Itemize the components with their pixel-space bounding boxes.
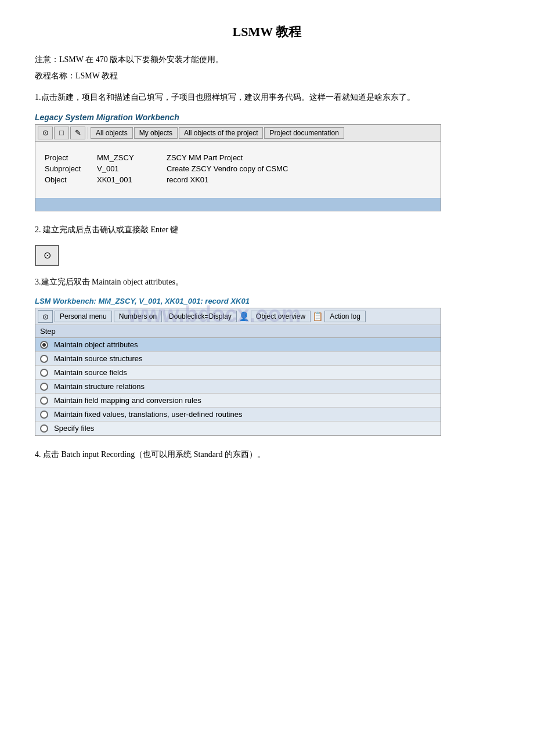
person-icon: 👤: [239, 311, 250, 322]
object-overview-group[interactable]: 👤 Object overview: [239, 311, 311, 322]
step-header: Step: [35, 325, 441, 338]
object-value: XK01_001: [97, 175, 167, 184]
enter-icon: ⊙: [44, 250, 51, 261]
all-objects-btn[interactable]: All objects: [91, 127, 133, 139]
step-label-5: Maintain fixed values, translations, use…: [54, 410, 242, 419]
step-row-5[interactable]: Maintain fixed values, translations, use…: [35, 408, 441, 422]
subproject-desc: Create ZSCY Vendro copy of CSMC: [167, 164, 288, 173]
note-text: 注意：LSMW 在 470 版本以下要额外安装才能使用。: [35, 55, 499, 65]
radio-1: [40, 355, 48, 363]
step-row-6[interactable]: Specify files: [35, 422, 441, 435]
step-label-4: Maintain field mapping and conversion ru…: [54, 396, 201, 405]
step-row-0[interactable]: Maintain object attributes: [35, 338, 441, 352]
numbers-on-btn[interactable]: Numbers on: [114, 311, 162, 322]
step3-desc: 3.建立完后双击 Maintain object attributes。: [35, 275, 499, 289]
my-objects-btn[interactable]: My objects: [134, 127, 178, 139]
radio-4: [40, 397, 48, 405]
enter-icon-box[interactable]: ⊙: [35, 245, 59, 266]
step-label-1: Maintain source structures: [54, 354, 142, 363]
object-label: Object: [45, 175, 97, 184]
back-icon-btn[interactable]: ⊙: [38, 127, 53, 139]
step-row-3[interactable]: Maintain structure relations: [35, 380, 441, 394]
app-title-1: Legacy System Migration Workbench: [35, 113, 499, 122]
form-row-project: Project MM_ZSCY ZSCY MM Part Project: [45, 153, 431, 162]
sap-blue-bar: [35, 198, 441, 211]
project-doc-btn[interactable]: Project documentation: [264, 127, 344, 139]
object-overview-btn[interactable]: Object overview: [251, 311, 311, 322]
lsmw-toolbar: ⊙ Personal menu Numbers on Doubleclick=D…: [35, 308, 441, 325]
radio-5: [40, 411, 48, 419]
sap-window-1: ⊙ □ ✎ All objects My objects All objects…: [35, 124, 441, 211]
radio-0: [40, 341, 48, 349]
radio-3: [40, 383, 48, 391]
action-log-btn[interactable]: Action log: [324, 311, 366, 322]
project-value: MM_ZSCY: [97, 153, 167, 162]
step-label-6: Specify files: [54, 424, 94, 433]
project-desc: ZSCY MM Part Project: [167, 153, 243, 162]
enter-icon-area: ⊙: [35, 245, 499, 266]
log-icon: 📋: [312, 311, 323, 322]
all-objects-project-btn[interactable]: All objects of the project: [179, 127, 263, 139]
lsmw-back-icon[interactable]: ⊙: [38, 310, 53, 323]
app-title-2: LSM Workbench: MM_ZSCY, V_001, XK01_001:…: [35, 297, 499, 305]
sap-form-1: Project MM_ZSCY ZSCY MM Part Project Sub…: [35, 142, 441, 198]
form-row-subproject: Subproject V_001 Create ZSCY Vendro copy…: [45, 164, 431, 173]
step-label-2: Maintain source fields: [54, 368, 127, 377]
step1-desc: 1.点击新建，项目名和描述自己填写，子项目也照样填写，建议用事务代码。这样一看就…: [35, 91, 499, 105]
sap-toolbar-1: ⊙ □ ✎ All objects My objects All objects…: [35, 125, 441, 142]
radio-6: [40, 424, 48, 433]
subproject-value: V_001: [97, 164, 167, 173]
step-row-4[interactable]: Maintain field mapping and conversion ru…: [35, 394, 441, 408]
toolbar-divider-1: [88, 127, 88, 139]
personal-menu-btn[interactable]: Personal menu: [55, 311, 112, 322]
step2-desc: 2. 建立完成后点击确认或直接敲 Enter 键: [35, 223, 499, 237]
subproject-label: Subproject: [45, 164, 97, 173]
step-row-1[interactable]: Maintain source structures: [35, 352, 441, 366]
step-label-0: Maintain object attributes: [54, 340, 138, 349]
action-log-group[interactable]: 📋 Action log: [312, 311, 366, 322]
step4-desc: 4. 点击 Batch input Recording（也可以用系统 Stand…: [35, 448, 499, 462]
radio-2: [40, 369, 48, 377]
form-row-object: Object XK01_001 record XK01: [45, 175, 431, 184]
tutorial-name: 教程名称：LSMW 教程: [35, 71, 499, 81]
project-label: Project: [45, 153, 97, 162]
doubleclick-btn[interactable]: Doubleclick=Display: [164, 311, 237, 322]
step-label-3: Maintain structure relations: [54, 382, 145, 391]
step-row-2[interactable]: Maintain source fields: [35, 366, 441, 380]
edit-icon-btn[interactable]: ✎: [70, 127, 85, 139]
object-desc: record XK01: [167, 175, 208, 184]
page-title: LSMW 教程: [35, 23, 499, 41]
lsmw-window: ⊙ Personal menu Numbers on Doubleclick=D…: [35, 308, 441, 436]
new-icon-btn[interactable]: □: [54, 127, 69, 139]
